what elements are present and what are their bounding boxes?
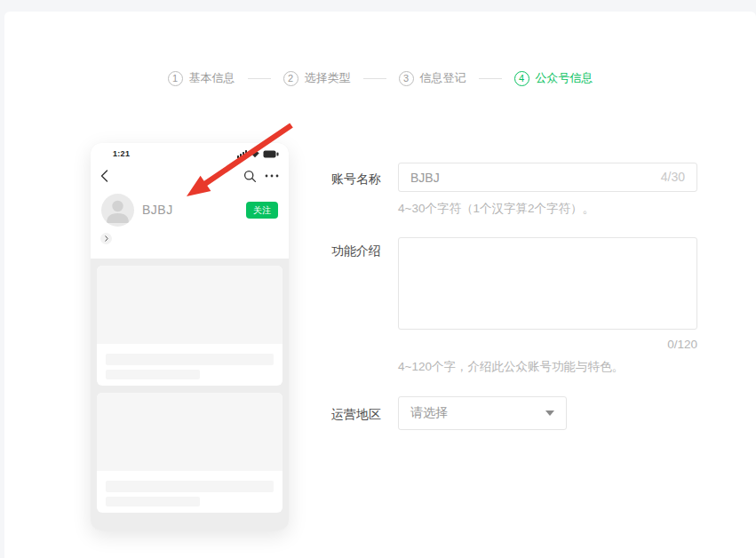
step-label: 基本信息 [189,70,235,86]
text-line-placeholder [106,481,274,492]
caret-down-icon [545,411,554,416]
phone-navbar [100,167,279,185]
step-label: 信息登记 [420,70,466,86]
image-placeholder [97,393,283,471]
step-number: 2 [283,71,298,86]
step-number: 1 [168,71,183,86]
step-divider [479,78,502,79]
step-number: 3 [399,71,414,86]
back-chevron-icon [100,170,108,182]
step-label: 公众号信息 [536,70,593,86]
step-select-type: 2 选择类型 [283,70,351,86]
account-name-counter: 4/30 [661,163,685,191]
registration-stepper: 1 基本信息 2 选择类型 3 信息登记 4 公众号信息 [4,70,756,86]
region-select[interactable]: 请选择 [398,396,567,430]
text-line-placeholder [106,370,200,379]
phone-preview: 1:21 [91,143,289,530]
step-number: 4 [514,71,529,86]
step-divider [248,78,271,79]
main-panel: 1 基本信息 2 选择类型 3 信息登记 4 公众号信息 1:21 [4,12,756,558]
account-name-label: 账号名称 [331,171,381,187]
text-line-placeholder [106,497,200,506]
account-name-input-wrap: 4/30 [398,163,697,192]
intro-textarea[interactable] [398,237,697,330]
region-select-placeholder: 请选择 [410,405,448,421]
account-profile-row: BJBJ 关注 [101,193,278,227]
wifi-icon [250,150,260,158]
article-card-placeholder [97,266,283,386]
account-name-helper: 4~30个字符（1个汉字算2个字符）。 [398,201,594,217]
search-icon [243,170,257,183]
article-card-placeholder [97,393,283,513]
expand-chevron-icon [100,233,112,244]
intro-label: 功能介绍 [331,243,381,259]
phone-statusbar: 1:21 [113,147,279,160]
battery-icon [263,150,279,158]
signal-icon [237,150,247,158]
step-label: 选择类型 [305,70,351,86]
status-icons [237,150,279,158]
follow-button: 关注 [246,202,278,219]
intro-helper: 4~120个字，介绍此公众账号功能与特色。 [398,359,624,375]
more-ellipsis-icon [265,174,279,178]
intro-counter: 0/120 [398,338,697,351]
step-info-registration: 3 信息登记 [399,70,466,86]
step-divider [363,78,386,79]
avatar [101,194,134,227]
status-time: 1:21 [113,149,130,158]
account-name-input[interactable] [399,163,696,191]
account-name-preview: BJBJ [142,203,173,217]
region-label: 运营地区 [331,407,381,423]
step-basic-info: 1 基本信息 [168,70,235,86]
image-placeholder [97,266,283,344]
article-feed-placeholder [91,259,289,530]
step-account-info-active: 4 公众号信息 [514,70,593,86]
text-line-placeholder [106,354,274,365]
